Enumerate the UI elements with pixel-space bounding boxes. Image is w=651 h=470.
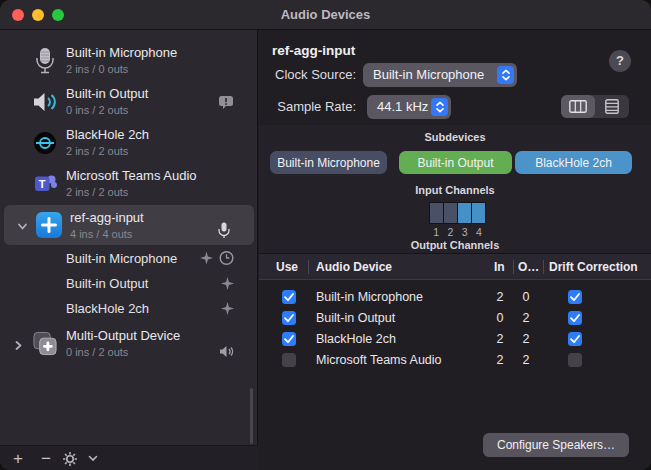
chevron-right-icon[interactable] — [13, 337, 24, 355]
device-detail: 2 ins / 0 outs — [66, 63, 177, 76]
use-checkbox[interactable] — [282, 332, 296, 346]
channel-1-cell — [430, 203, 443, 223]
svg-text:T: T — [38, 177, 45, 189]
table-row[interactable]: BlackHole 2ch 2 2 — [259, 328, 651, 349]
chevron-down-icon[interactable] — [17, 218, 28, 236]
use-checkbox[interactable] — [282, 290, 296, 304]
sample-rate-label: Sample Rate: — [259, 99, 356, 114]
drift-sparkle-icon — [200, 251, 213, 269]
microphone-icon — [32, 47, 58, 75]
sample-rate-select[interactable]: 44.1 kHz — [367, 95, 451, 119]
table-row[interactable]: Microsoft Teams Audio 2 2 — [259, 349, 651, 370]
channel-numbers: 1 2 3 4 — [429, 226, 486, 238]
sidebar-toolbar: + − — [0, 445, 258, 470]
channel-2-cell — [444, 203, 457, 223]
sidebar-item-multi-output-device[interactable]: Multi-Output Device 0 ins / 2 outs — [0, 323, 258, 364]
sidebar-scrollbar[interactable] — [250, 388, 253, 444]
list-view-button[interactable] — [595, 95, 629, 118]
multi-output-icon — [32, 330, 58, 358]
columns-icon — [569, 100, 587, 113]
audio-devices-window: Audio Devices Built-in Microphone 2 ins … — [0, 0, 651, 470]
sidebar-item-microsoft-teams-audio[interactable]: T Microsoft Teams Audio 2 ins / 2 outs — [0, 163, 258, 204]
window-title: Audio Devices — [0, 7, 651, 22]
alert-bubble-icon — [218, 95, 234, 109]
col-in: In — [494, 260, 505, 274]
speaker-icon — [32, 88, 58, 116]
drift-sparkle-icon — [221, 276, 234, 294]
input-microphone-icon — [218, 222, 230, 239]
device-detail: 4 ins / 4 outs — [70, 228, 144, 241]
device-detail-panel: ref-agg-input ? Clock Source: Built-in M… — [259, 30, 651, 470]
sidebar-subitem-blackhole-2ch[interactable]: BlackHole 2ch — [0, 297, 258, 322]
sidebar-item-blackhole-2ch[interactable]: BlackHole 2ch 2 ins / 2 outs — [0, 122, 258, 163]
channel-3-cell — [458, 203, 471, 223]
sidebar-item-built-in-output[interactable]: Built-in Output 0 ins / 2 outs — [0, 81, 258, 122]
device-detail: 0 ins / 2 outs — [66, 104, 148, 117]
sidebar-subitem-built-in-microphone[interactable]: Built-in Microphone — [0, 247, 258, 272]
input-channel-meter — [429, 202, 486, 224]
sidebar-subitem-built-in-output[interactable]: Built-in Output — [0, 272, 258, 297]
sidebar-item-ref-agg-input[interactable]: ref-agg-input 4 ins / 4 outs — [4, 205, 254, 245]
stepper-icon — [431, 98, 448, 116]
help-button[interactable]: ? — [609, 50, 631, 72]
use-checkbox[interactable] — [282, 353, 296, 367]
view-toggle — [561, 95, 629, 118]
blackhole-icon — [32, 129, 58, 157]
device-name: Multi-Output Device — [66, 328, 180, 344]
aggregate-device-icon — [36, 211, 62, 239]
subdevice-pill-built-in-output[interactable]: Built-in Output — [399, 151, 512, 174]
configure-speakers-button[interactable]: Configure Speakers… — [483, 433, 629, 457]
subdevice-pill-blackhole-2ch[interactable]: BlackHole 2ch — [515, 151, 632, 174]
drift-checkbox[interactable] — [568, 290, 582, 304]
input-channels-heading: Input Channels — [259, 184, 651, 196]
clock-source-label: Clock Source: — [259, 67, 356, 82]
drift-checkbox[interactable] — [568, 353, 582, 367]
device-name: Built-in Microphone — [66, 45, 177, 61]
device-detail: 2 ins / 2 outs — [66, 145, 149, 158]
gear-icon[interactable] — [61, 446, 79, 470]
subdevice-pill-built-in-microphone[interactable]: Built-in Microphone — [270, 151, 387, 174]
rows-icon — [605, 99, 619, 114]
actions-chevron-icon[interactable] — [85, 446, 101, 470]
device-name: Microsoft Teams Audio — [66, 168, 197, 184]
table-row[interactable]: Built-in Output 0 2 — [259, 307, 651, 328]
remove-device-button[interactable]: − — [37, 446, 55, 470]
table-row[interactable]: Built-in Microphone 2 0 — [259, 286, 651, 307]
output-speaker-icon — [219, 345, 234, 358]
col-audio-device: Audio Device — [316, 260, 392, 274]
col-use: Use — [276, 260, 298, 274]
drift-sparkle-icon — [221, 301, 234, 319]
device-detail: 2 ins / 2 outs — [66, 186, 197, 199]
col-out: O… — [518, 260, 539, 274]
column-view-button[interactable] — [561, 95, 595, 118]
col-drift-correction: Drift Correction — [549, 260, 638, 274]
table-header: Use Audio Device In O… Drift Correction — [259, 254, 651, 280]
page-title: ref-agg-input — [272, 43, 355, 58]
drift-checkbox[interactable] — [568, 311, 582, 325]
device-name: ref-agg-input — [70, 210, 144, 226]
device-detail: 0 ins / 2 outs — [66, 346, 180, 359]
channel-4-cell — [472, 203, 485, 223]
device-sidebar: Built-in Microphone 2 ins / 0 outs Built… — [0, 30, 258, 470]
clock-icon — [219, 250, 234, 269]
output-channels-heading: Output Channels — [259, 239, 651, 251]
drift-checkbox[interactable] — [568, 332, 582, 346]
use-checkbox[interactable] — [282, 311, 296, 325]
device-name: Built-in Output — [66, 86, 148, 102]
stepper-icon — [497, 66, 514, 84]
subdevices-heading: Subdevices — [259, 131, 651, 143]
teams-icon: T — [32, 170, 58, 198]
clock-source-select[interactable]: Built-in Microphone — [363, 63, 517, 87]
titlebar: Audio Devices — [0, 0, 651, 30]
device-name: BlackHole 2ch — [66, 127, 149, 143]
sidebar-item-built-in-microphone[interactable]: Built-in Microphone 2 ins / 0 outs — [0, 40, 258, 81]
add-device-button[interactable]: + — [10, 446, 26, 470]
